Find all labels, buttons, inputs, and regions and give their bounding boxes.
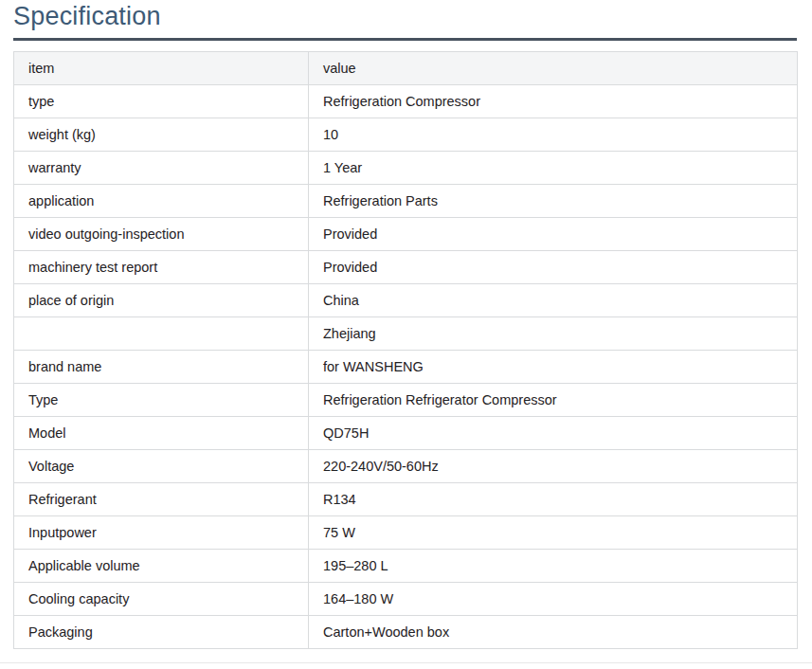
- spec-value-cell: Refrigeration Parts: [309, 185, 798, 218]
- spec-value-cell: Refrigeration Refrigerator Compressor: [309, 384, 798, 417]
- spec-value-cell: 220-240V/50-60Hz: [309, 450, 798, 483]
- table-row: brand name for WANSHENG: [14, 351, 798, 384]
- page-bottom-divider: [0, 662, 812, 663]
- spec-value-cell: 10: [309, 118, 798, 152]
- spec-value-cell: Refrigeration Compressor: [309, 85, 798, 118]
- spec-item-cell: Applicable volume: [14, 550, 309, 583]
- table-row: Voltage 220-240V/50-60Hz: [14, 450, 798, 483]
- spec-value-cell: R134: [309, 483, 798, 516]
- spec-value-cell: 75 W: [309, 516, 798, 550]
- spec-item-cell: machinery test report: [14, 251, 309, 284]
- spec-item-cell: Model: [14, 417, 309, 450]
- table-row: place of origin China: [14, 284, 798, 317]
- spec-item-cell: application: [14, 185, 309, 218]
- spec-value-cell: China: [309, 284, 798, 317]
- spec-item-cell: Refrigerant: [14, 483, 309, 516]
- table-row: Type Refrigeration Refrigerator Compress…: [14, 384, 798, 417]
- table-row: Zhejiang: [14, 317, 798, 351]
- spec-item-cell: video outgoing-inspection: [14, 218, 309, 251]
- table-body: type Refrigeration Compressor weight (kg…: [14, 85, 798, 649]
- spec-item-cell: brand name: [14, 351, 309, 384]
- table-row: video outgoing-inspection Provided: [14, 218, 798, 251]
- page-title: Specification: [13, 2, 161, 31]
- specification-page: Specification item value type Refrigerat…: [0, 0, 812, 669]
- table-header-row: item value: [14, 52, 798, 85]
- spec-value-cell: QD75H: [309, 417, 798, 450]
- table-row: warranty 1 Year: [14, 152, 798, 185]
- table-row: machinery test report Provided: [14, 251, 798, 284]
- spec-item-cell: weight (kg): [14, 118, 309, 152]
- spec-item-cell: Cooling capacity: [14, 583, 309, 616]
- table-row: Applicable volume 195–280 L: [14, 550, 798, 583]
- spec-item-cell: type: [14, 85, 309, 118]
- spec-value-cell: 164–180 W: [309, 583, 798, 616]
- table-header: item value: [14, 52, 798, 85]
- spec-value-cell: 1 Year: [309, 152, 798, 185]
- table-row: Inputpower 75 W: [14, 516, 798, 550]
- table-row: Packaging Carton+Wooden box: [14, 616, 798, 649]
- spec-item-cell: Packaging: [14, 616, 309, 649]
- spec-value-cell: Provided: [309, 218, 798, 251]
- spec-value-cell: Carton+Wooden box: [309, 616, 798, 649]
- spec-value-cell: for WANSHENG: [309, 351, 798, 384]
- specification-table: item value type Refrigeration Compressor…: [13, 51, 798, 649]
- spec-item-cell: Inputpower: [14, 516, 309, 550]
- spec-item-cell: Voltage: [14, 450, 309, 483]
- spec-value-cell: Zhejiang: [309, 317, 798, 351]
- spec-item-cell: warranty: [14, 152, 309, 185]
- spec-item-cell: Type: [14, 384, 309, 417]
- table-row: Cooling capacity 164–180 W: [14, 583, 798, 616]
- title-divider: [13, 38, 797, 41]
- table-row: type Refrigeration Compressor: [14, 85, 798, 118]
- spec-item-cell: place of origin: [14, 284, 309, 317]
- table-row: Refrigerant R134: [14, 483, 798, 516]
- spec-value-cell: 195–280 L: [309, 550, 798, 583]
- spec-item-cell: [14, 317, 309, 351]
- header-cell-item: item: [14, 52, 309, 85]
- header-cell-value: value: [309, 52, 798, 85]
- table-row: weight (kg) 10: [14, 118, 798, 152]
- table-row: application Refrigeration Parts: [14, 185, 798, 218]
- spec-value-cell: Provided: [309, 251, 798, 284]
- table-row: Model QD75H: [14, 417, 798, 450]
